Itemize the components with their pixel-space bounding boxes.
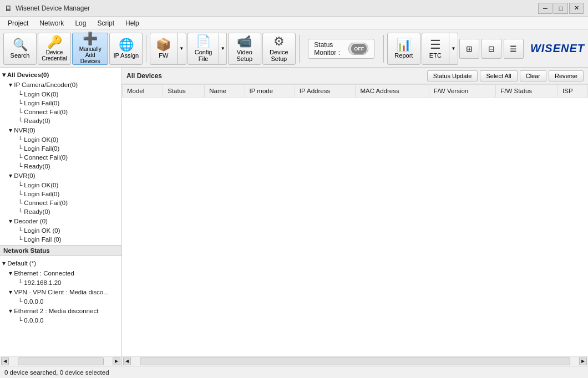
network-ethernet-2[interactable]: ▾ Ethernet 2 : Media disconnect	[0, 306, 121, 316]
network-status-panel: Network Status ▾ Default (*) ▾ Ethernet …	[0, 246, 121, 356]
collapse-icon: ▾	[9, 308, 14, 314]
network-ip-3[interactable]: └ 0.0.0.0	[0, 316, 121, 325]
view-icon-1: ⊞	[466, 44, 473, 53]
label: Login Fail(0)	[24, 191, 59, 197]
video-setup-button[interactable]: 📹 Video Setup	[228, 33, 261, 65]
minimize-button[interactable]: ─	[538, 3, 552, 14]
menu-log[interactable]: Log	[69, 18, 92, 28]
left-scrollbar[interactable]: ◀ ▶	[0, 356, 121, 366]
collapse-icon: ▾	[9, 270, 14, 277]
scroll-track-main[interactable]	[140, 357, 570, 365]
view-button-2[interactable]: ⊟	[481, 39, 501, 59]
label: Login OK(0)	[24, 182, 58, 188]
tree-item-ip-camera[interactable]: ▾ IP Camera/Encoder(0)	[0, 80, 121, 90]
scroll-right-main[interactable]: ▶	[579, 357, 587, 365]
close-button[interactable]: ✕	[569, 3, 584, 14]
tree-item-login-ok-0[interactable]: └ Login OK(0)	[0, 90, 121, 99]
report-icon: 📊	[396, 39, 411, 51]
video-setup-label: Video Setup	[232, 49, 257, 62]
search-button[interactable]: 🔍 Search	[3, 33, 37, 65]
leaf-icon: └	[18, 91, 24, 98]
col-status[interactable]: Status	[163, 85, 205, 98]
menu-project[interactable]: Project	[2, 18, 34, 28]
col-name[interactable]: Name	[205, 85, 245, 98]
tree-item-decoder[interactable]: ▾ Decoder (0)	[0, 216, 121, 226]
tree-item-decoder-login-ok[interactable]: └ Login OK (0)	[0, 226, 121, 235]
config-dropdown-button[interactable]: ▼	[219, 33, 226, 65]
network-status-tree: ▾ Default (*) ▾ Ethernet : Connected └ 1…	[0, 256, 121, 356]
col-ip-mode[interactable]: IP mode	[245, 85, 295, 98]
col-isp[interactable]: ISP	[558, 85, 588, 98]
scroll-right[interactable]: ▶	[113, 357, 120, 365]
credential-icon: 🔑	[47, 36, 62, 48]
manually-add-button[interactable]: ➕ Manually Add Devices	[72, 33, 108, 65]
etc-icon: ☰	[430, 39, 441, 51]
menu-help[interactable]: Help	[120, 18, 145, 28]
col-fw-version[interactable]: F/W Version	[429, 85, 496, 98]
config-file-button[interactable]: 📄 Config File	[187, 33, 220, 65]
leaf-icon: └	[18, 298, 24, 305]
etc-button[interactable]: ☰ ETC	[422, 33, 449, 65]
tree-item-dvr-login-ok[interactable]: └ Login OK(0)	[0, 181, 121, 190]
etc-dropdown-button[interactable]: ▼	[449, 33, 458, 65]
tree-item-nvr[interactable]: ▾ NVR(0)	[0, 125, 121, 135]
col-fw-status[interactable]: F/W Status	[496, 85, 558, 98]
maximize-button[interactable]: □	[554, 3, 568, 14]
status-monitor: Status Monitor : OFF	[308, 39, 374, 59]
tree-item-nvr-connect-fail[interactable]: └ Connect Fail(0)	[0, 153, 121, 162]
leaf-icon: └	[18, 136, 24, 143]
tree-item-dvr-login-fail[interactable]: └ Login Fail(0)	[0, 190, 121, 198]
label: Connect Fail(0)	[24, 154, 68, 161]
tree-item-nvr-ready[interactable]: └ Ready(0)	[0, 162, 121, 171]
scroll-left[interactable]: ◀	[1, 357, 9, 365]
bottom-scrollbar[interactable]: ◀ ▶	[122, 356, 588, 366]
device-setup-button[interactable]: ⚙ Device Setup	[262, 33, 296, 65]
network-ip-2[interactable]: └ 0.0.0.0	[0, 297, 121, 306]
view-button-1[interactable]: ⊞	[459, 39, 479, 59]
tree-item-nvr-login-ok[interactable]: └ Login OK(0)	[0, 135, 121, 144]
tree-item-root[interactable]: ▾ All Devices(0)	[0, 70, 121, 80]
tree-item-ready-0[interactable]: └ Ready(0)	[0, 116, 121, 125]
menu-script[interactable]: Script	[92, 18, 120, 28]
report-button[interactable]: 📊 Report	[387, 33, 420, 65]
col-mac-address[interactable]: MAC Address	[356, 85, 429, 98]
status-update-button[interactable]: Status Update	[427, 70, 478, 81]
col-model[interactable]: Model	[123, 85, 163, 98]
leaf-icon: └	[18, 100, 24, 106]
collapse-icon: ▾	[2, 260, 7, 267]
select-all-button[interactable]: Select All	[480, 70, 517, 81]
status-monitor-toggle[interactable]: OFF	[348, 43, 368, 55]
device-table-container: Model Status Name IP mode IP Address MAC…	[122, 84, 588, 356]
network-ip-1[interactable]: └ 192.168.1.20	[0, 278, 121, 287]
tree-item-nvr-login-fail[interactable]: └ Login Fail(0)	[0, 144, 121, 153]
tree-item-dvr-ready[interactable]: └ Ready(0)	[0, 207, 121, 216]
title-bar-text: Wisenet Device Manager	[16, 4, 538, 12]
view-button-3[interactable]: ☰	[504, 39, 524, 59]
leaf-icon: └	[18, 191, 24, 197]
scroll-track-left[interactable]	[18, 357, 104, 365]
tree-item-decoder-login-fail[interactable]: └ Login Fail (0)	[0, 235, 121, 244]
network-vpn[interactable]: ▾ VPN - VPN Client : Media disco...	[0, 287, 121, 297]
clear-button[interactable]: Clear	[520, 70, 546, 81]
ip-assign-label: IP Assign	[113, 52, 139, 59]
label: Ethernet 2 : Media disconnect	[14, 308, 98, 314]
reverse-button[interactable]: Reverse	[549, 70, 584, 81]
menu-network[interactable]: Network	[34, 18, 69, 28]
add-icon: ➕	[83, 33, 98, 45]
main-layout: ▾ All Devices(0) ▾ IP Camera/Encoder(0) …	[0, 68, 588, 366]
fw-button[interactable]: 📦 FW	[150, 33, 178, 65]
video-icon: 📹	[237, 35, 252, 48]
network-ethernet[interactable]: ▾ Ethernet : Connected	[0, 268, 121, 278]
scroll-left-main[interactable]: ◀	[123, 357, 131, 365]
tree-item-dvr[interactable]: ▾ DVR(0)	[0, 171, 121, 181]
tree-item-connect-fail-0[interactable]: └ Connect Fail(0)	[0, 108, 121, 116]
col-ip-address[interactable]: IP Address	[295, 85, 356, 98]
tree-item-dvr-connect-fail[interactable]: └ Connect Fail(0)	[0, 198, 121, 207]
device-credential-button[interactable]: 🔑 Device Credential	[38, 33, 71, 65]
fw-dropdown-button[interactable]: ▼	[178, 33, 186, 65]
ip-assign-button[interactable]: 🌐 IP Assign	[109, 33, 143, 65]
network-default[interactable]: ▾ Default (*)	[0, 258, 121, 268]
tree-item-login-fail-0[interactable]: └ Login Fail(0)	[0, 99, 121, 108]
ip-icon: 🌐	[119, 39, 134, 51]
label: Login OK (0)	[24, 227, 60, 234]
